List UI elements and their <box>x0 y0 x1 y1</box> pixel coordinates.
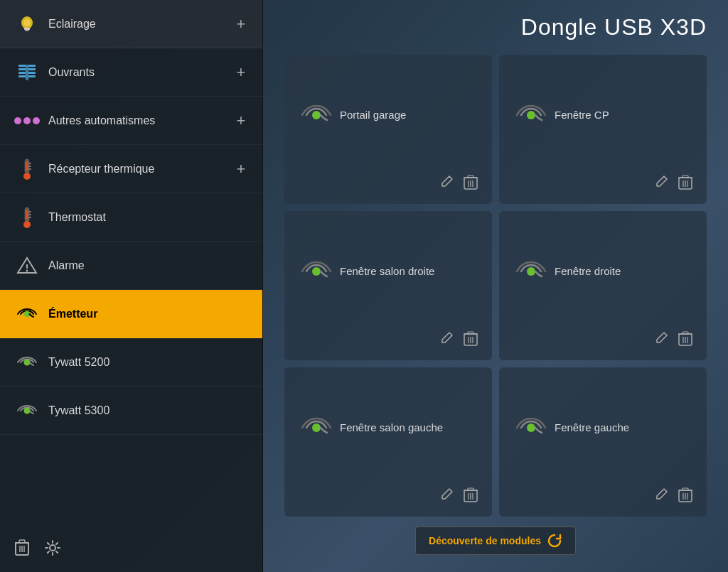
sidebar-item-alarme[interactable]: Alarme <box>0 242 262 290</box>
signal-icon-fenetre-gauche <box>513 415 545 441</box>
bottom-bar: Découverte de modules <box>284 517 707 558</box>
signal-icon-portail-garage <box>299 102 330 128</box>
sidebar-label-ouvrants: Ouvrants <box>43 66 231 79</box>
device-card-fenetre-gauche[interactable]: Fenêtre gauche <box>499 367 707 517</box>
device-card-top: Fenêtre CP <box>513 68 692 162</box>
device-name-fenetre-cp: Fenêtre CP <box>555 108 609 122</box>
edit-fenetre-gauche-button[interactable] <box>654 487 668 507</box>
device-card-top: Fenêtre gauche <box>513 380 692 475</box>
device-card-actions <box>513 169 692 194</box>
device-card-actions <box>299 325 478 350</box>
device-card-actions <box>299 482 478 507</box>
sidebar-item-ouvrants[interactable]: Ouvrants + <box>0 48 262 97</box>
sidebar-item-thermostat[interactable]: Thermostat <box>0 193 262 242</box>
sidebar-delete-button[interactable] <box>14 539 30 561</box>
device-card-top: Fenêtre droite <box>513 224 692 318</box>
device-card-portail-garage[interactable]: Portail garage <box>284 55 492 204</box>
delete-fenetre-cp-button[interactable] <box>678 175 692 194</box>
svg-point-26 <box>26 269 28 271</box>
sidebar-footer <box>0 528 262 572</box>
sidebar-label-alarme: Alarme <box>43 259 251 272</box>
device-card-fenetre-cp[interactable]: Fenêtre CP <box>499 55 707 204</box>
device-name-portail-garage: Portail garage <box>340 108 406 122</box>
alarm-icon <box>11 256 43 276</box>
edit-fenetre-salon-gauche-button[interactable] <box>439 487 454 507</box>
sidebar-label-tywatt5200: Tywatt 5200 <box>43 356 251 369</box>
delete-fenetre-droite-button[interactable] <box>678 331 692 350</box>
svg-point-13 <box>23 173 31 180</box>
signal-icon-fenetre-cp <box>513 102 545 128</box>
sidebar-item-eclairage[interactable]: Eclairage + <box>0 0 262 48</box>
svg-rect-54 <box>468 332 473 334</box>
add-autres-button[interactable]: + <box>231 111 251 131</box>
svg-point-72 <box>527 423 535 432</box>
edit-fenetre-cp-button[interactable] <box>654 175 668 194</box>
edit-portail-garage-button[interactable] <box>439 175 454 194</box>
sidebar-item-recepteur[interactable]: Récepteur thermique + <box>0 145 262 193</box>
svg-rect-68 <box>468 488 473 490</box>
dots-icon <box>11 115 43 126</box>
emetteur-icon <box>11 304 43 324</box>
svg-point-3 <box>23 19 31 26</box>
discover-label: Découverte de modules <box>429 535 541 546</box>
svg-point-65 <box>312 423 321 432</box>
add-ouvrants-button[interactable]: + <box>231 63 251 82</box>
svg-point-51 <box>312 267 321 276</box>
tywatt5300-icon <box>11 401 43 421</box>
svg-rect-40 <box>468 176 473 178</box>
sidebar-label-recepteur: Récepteur thermique <box>43 163 231 176</box>
sidebar-label-emetteur: Émetteur <box>43 308 251 320</box>
svg-point-37 <box>312 111 321 119</box>
svg-rect-61 <box>682 332 688 334</box>
sidebar-item-tywatt5300[interactable]: Tywatt 5300 <box>0 387 262 435</box>
signal-icon-fenetre-salon-droite <box>299 259 330 284</box>
svg-point-58 <box>527 267 535 276</box>
device-card-actions <box>299 169 478 194</box>
bulb-icon <box>11 14 43 35</box>
device-card-fenetre-salon-droite[interactable]: Fenêtre salon droite <box>284 211 492 360</box>
delete-portail-garage-button[interactable] <box>464 175 478 194</box>
svg-point-44 <box>527 111 535 119</box>
page-title: Dongle USB X3D <box>284 14 707 41</box>
svg-rect-14 <box>26 161 28 171</box>
device-name-fenetre-droite: Fenêtre droite <box>555 264 621 279</box>
edit-fenetre-salon-droite-button[interactable] <box>439 331 454 350</box>
sidebar-settings-button[interactable] <box>44 539 61 561</box>
svg-rect-75 <box>682 488 688 490</box>
device-name-fenetre-salon-droite: Fenêtre salon droite <box>340 264 434 279</box>
svg-rect-2 <box>25 29 29 31</box>
delete-fenetre-salon-droite-button[interactable] <box>464 331 478 350</box>
device-name-fenetre-salon-gauche: Fenêtre salon gauche <box>340 421 443 435</box>
device-card-actions <box>513 325 692 350</box>
device-name-fenetre-gauche: Fenêtre gauche <box>555 421 629 435</box>
tywatt5200-icon <box>11 352 43 372</box>
discover-modules-button[interactable]: Découverte de modules <box>415 527 576 555</box>
svg-point-9 <box>14 117 21 124</box>
device-card-top: Fenêtre salon droite <box>299 224 478 318</box>
svg-point-36 <box>50 545 55 551</box>
sidebar-label-thermostat: Thermostat <box>43 211 251 224</box>
sidebar-item-autres[interactable]: Autres automatismes + <box>0 97 262 145</box>
app-container: Eclairage + Ouvrants + <box>0 0 728 572</box>
svg-point-11 <box>33 117 40 124</box>
edit-fenetre-droite-button[interactable] <box>654 331 668 350</box>
device-card-fenetre-droite[interactable]: Fenêtre droite <box>499 211 707 360</box>
thermometer-red-icon <box>11 158 43 180</box>
device-card-actions <box>513 482 692 507</box>
device-grid: Portail garage <box>284 55 707 517</box>
delete-fenetre-salon-gauche-button[interactable] <box>464 487 478 507</box>
svg-rect-20 <box>26 210 28 220</box>
device-card-fenetre-salon-gauche[interactable]: Fenêtre salon gauche <box>284 367 492 517</box>
sidebar-item-tywatt5200[interactable]: Tywatt 5200 <box>0 338 262 387</box>
delete-fenetre-gauche-button[interactable] <box>678 487 692 507</box>
signal-icon-fenetre-salon-gauche <box>299 415 330 441</box>
device-card-top: Fenêtre salon gauche <box>299 380 478 475</box>
add-eclairage-button[interactable]: + <box>231 14 251 34</box>
add-recepteur-button[interactable]: + <box>231 159 251 179</box>
svg-rect-8 <box>26 65 28 80</box>
svg-rect-47 <box>682 176 688 178</box>
sidebar: Eclairage + Ouvrants + <box>0 0 263 572</box>
sidebar-item-emetteur[interactable]: Émetteur <box>0 290 262 338</box>
svg-point-10 <box>23 117 31 124</box>
sidebar-label-autres: Autres automatismes <box>43 114 231 127</box>
